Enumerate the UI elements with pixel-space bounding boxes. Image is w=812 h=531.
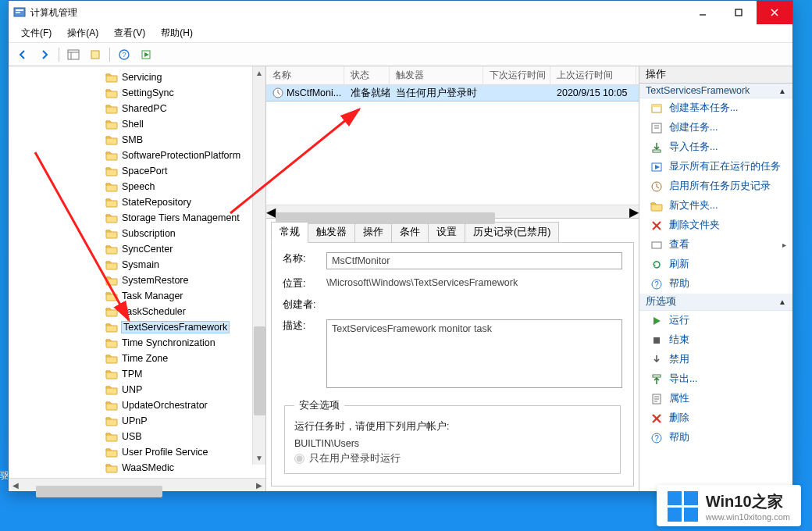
action-刷新[interactable]: 刷新 — [639, 255, 792, 274]
col-last_run[interactable]: 上次运行时间 — [550, 66, 636, 84]
tree-node-shell[interactable]: Shell — [105, 116, 265, 132]
action-查看[interactable]: 查看 — [639, 235, 792, 255]
toolbar: ? — [9, 43, 792, 66]
action-label: 创建任务... — [669, 121, 718, 134]
action-导入任务[interactable]: 导入任务... — [639, 137, 792, 157]
run-icon — [650, 315, 663, 327]
toolbar-showhide-button[interactable] — [64, 46, 83, 63]
tree-node-waasmedic[interactable]: WaaSMedic — [105, 460, 265, 476]
task-row[interactable]: MsCtfMoni...准备就绪当任何用户登录时2020/9/15 10:05 — [266, 85, 639, 101]
tree-node-tpm[interactable]: TPM — [105, 366, 265, 382]
menu-file[interactable]: 文件(F) — [13, 24, 59, 42]
svg-line-28 — [657, 187, 659, 188]
action-结束[interactable]: 结束 — [639, 330, 792, 350]
tree-node-storage-tiers-management[interactable]: Storage Tiers Management — [105, 210, 265, 226]
tree-node-label: USB — [122, 431, 142, 442]
folder-icon — [105, 103, 118, 114]
tree-node-updateorchestrator[interactable]: UpdateOrchestrator — [105, 397, 265, 413]
tree-node-label: Subscription — [122, 228, 176, 239]
menu-view[interactable]: 查看(V) — [106, 24, 153, 42]
toolbar-help-button[interactable]: ? — [115, 46, 134, 63]
action-显示所有正在运行的任务[interactable]: 显示所有正在运行的任务 — [639, 157, 792, 176]
tab-general[interactable]: 常规 — [271, 222, 308, 243]
tree-node-settingsync[interactable]: SettingSync — [105, 85, 265, 101]
radio-run-logged-on[interactable]: 只在用户登录时运行 — [294, 452, 611, 465]
tree-node-staterepository[interactable]: StateRepository — [105, 194, 265, 210]
task-cell-status: 准备就绪 — [344, 87, 390, 100]
tree-node-taskscheduler[interactable]: TaskScheduler — [105, 304, 265, 319]
nav-forward-button[interactable] — [35, 46, 54, 63]
tree-node-upnp[interactable]: UPnP — [105, 413, 265, 429]
tree-node-smb[interactable]: SMB — [105, 132, 265, 148]
tab-history[interactable]: 历史记录(已禁用) — [465, 222, 559, 243]
tree-node-textservicesframework[interactable]: TextServicesFramework — [105, 319, 265, 335]
tree-node-sysmain[interactable]: Sysmain — [105, 257, 265, 273]
menu-help[interactable]: 帮助(H) — [153, 24, 201, 42]
tree-node-task-manager[interactable]: Task Manager — [105, 288, 265, 304]
tree-node-label: SystemRestore — [122, 275, 188, 286]
tab-settings[interactable]: 设置 — [428, 222, 465, 243]
tree-node-speech[interactable]: Speech — [105, 179, 265, 194]
col-next_run[interactable]: 下次运行时间 — [483, 66, 550, 84]
field-description[interactable] — [326, 319, 622, 388]
actions-group-folder[interactable]: TextServicesFramework▲ — [639, 84, 792, 98]
tree-node-label: TaskScheduler — [122, 306, 186, 317]
tree-node-label: TextServicesFramework — [122, 322, 229, 333]
nav-back-button[interactable] — [13, 46, 32, 63]
tab-triggers[interactable]: 触发器 — [308, 222, 355, 243]
tree-node-synccenter[interactable]: SyncCenter — [105, 241, 265, 257]
tree-node-unp[interactable]: UNP — [105, 382, 265, 397]
tab-actions[interactable]: 操作 — [354, 222, 392, 243]
action-启用所有任务历史记录[interactable]: 启用所有任务历史记录 — [639, 176, 792, 196]
action-运行[interactable]: 运行 — [639, 311, 792, 330]
action-label: 创建基本任务... — [669, 102, 738, 115]
menu-action[interactable]: 操作(A) — [59, 24, 106, 42]
col-triggers[interactable]: 触发器 — [390, 66, 483, 84]
action-创建任务[interactable]: 创建任务... — [639, 118, 792, 137]
tree-node-time-synchronization[interactable]: Time Synchronization — [105, 335, 265, 351]
close-button[interactable] — [757, 1, 792, 24]
field-name[interactable] — [326, 252, 622, 269]
delete-icon — [650, 412, 663, 425]
action-删除[interactable]: 删除 — [639, 408, 792, 428]
action-新文件夹[interactable]: 新文件夹... — [639, 196, 792, 216]
action-帮助[interactable]: ?帮助 — [639, 274, 792, 294]
action-属性[interactable]: 属性 — [639, 389, 792, 408]
folder-icon — [105, 134, 118, 145]
tree-node-sharedpc[interactable]: SharedPC — [105, 101, 265, 116]
tree-node-usb[interactable]: USB — [105, 429, 265, 444]
tree-node-time-zone[interactable]: Time Zone — [105, 351, 265, 366]
svg-marker-14 — [144, 52, 149, 57]
col-name[interactable]: 名称 — [266, 66, 344, 84]
tree-node-subscription[interactable]: Subscription — [105, 226, 265, 241]
label-author: 创建者: — [283, 298, 326, 312]
toolbar-run-button[interactable] — [137, 46, 155, 63]
tree-node-wcm[interactable]: WCM — [105, 476, 265, 478]
action-创建基本任务[interactable]: 创建基本任务... — [639, 98, 792, 118]
svg-text:?: ? — [654, 434, 659, 443]
folder-icon — [105, 322, 118, 333]
tree-node-spaceport[interactable]: SpacePort — [105, 163, 265, 179]
toolbar-properties-button[interactable] — [86, 46, 105, 63]
tree-node-systemrestore[interactable]: SystemRestore — [105, 273, 265, 288]
tree-node-user-profile-service[interactable]: User Profile Service — [105, 444, 265, 460]
tasklist-hscrollbar[interactable]: ◀ ▶ — [266, 205, 639, 218]
security-options: 安全选项 运行任务时，请使用下列用户帐户: BUILTIN\Users 只在用户… — [284, 399, 621, 474]
tab-conditions[interactable]: 条件 — [391, 222, 429, 243]
action-label: 结束 — [669, 333, 689, 347]
minimize-button[interactable] — [685, 1, 721, 24]
action-导出[interactable]: 导出... — [639, 369, 792, 389]
actions-group-selected[interactable]: 所选项▲ — [639, 294, 792, 311]
folder-icon — [105, 87, 118, 98]
col-status[interactable]: 状态 — [344, 66, 390, 84]
tree-node-label: User Profile Service — [122, 447, 208, 458]
maximize-button[interactable] — [721, 1, 757, 24]
tree-hscrollbar[interactable]: ◀ ▶ — [9, 478, 265, 491]
tree-vscrollbar[interactable]: ▲ ▼ — [252, 66, 265, 465]
import-icon — [650, 141, 663, 154]
tree-node-softwareprotectionplatform[interactable]: SoftwareProtectionPlatform — [105, 148, 265, 163]
action-删除文件夹[interactable]: 删除文件夹 — [639, 216, 792, 235]
action-帮助[interactable]: ?帮助 — [639, 428, 792, 447]
tree-node-servicing[interactable]: Servicing — [105, 69, 265, 85]
action-禁用[interactable]: 禁用 — [639, 350, 792, 369]
